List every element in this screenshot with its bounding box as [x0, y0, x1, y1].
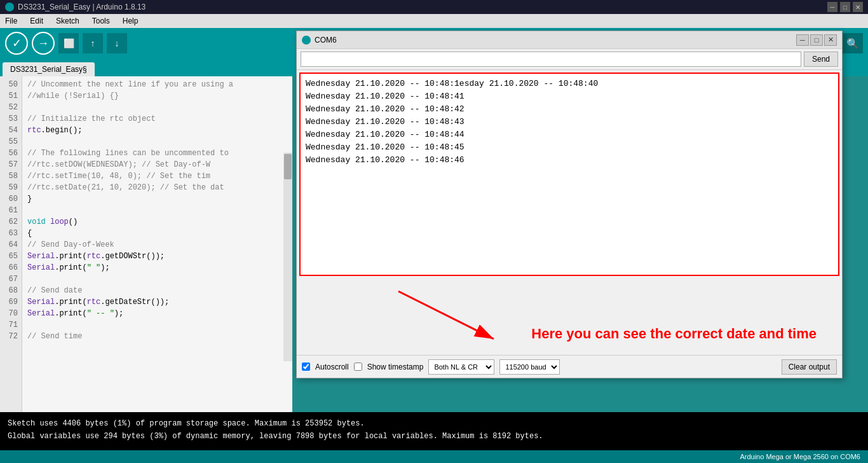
scrollbar-thumb [284, 154, 292, 179]
menu-bar: File Edit Sketch Tools Help [0, 14, 868, 28]
code-line-69: Serial.print(rtc.getDateStr()); [27, 296, 287, 308]
code-line-53: // Initialize the rtc object [27, 113, 287, 125]
serial-output-line-5: Wednesday 21.10.2020 -- 10:48:45 [306, 141, 833, 154]
menu-file[interactable]: File [3, 15, 20, 27]
line-num-59: 59 [0, 182, 22, 193]
code-line-66: Serial.print(" "); [27, 262, 287, 273]
editor-scrollbar[interactable] [283, 153, 292, 361]
status-line-1: Sketch uses 4406 bytes (1%) of program s… [8, 417, 860, 430]
open-button[interactable]: ↑ [83, 33, 103, 53]
title-bar-left: DS3231_Serial_Easy | Arduino 1.8.13 [5, 3, 146, 11]
serial-monitor: COM6 ─ □ ✕ Send Wednesday 21.10.2020 -- … [296, 31, 843, 378]
line-num-71: 71 [0, 319, 22, 331]
upload-button[interactable]: → [32, 32, 55, 55]
line-num-72: 72 [0, 331, 22, 342]
serial-output-line-4: Wednesday 21.10.2020 -- 10:48:44 [306, 128, 833, 141]
serial-close-button[interactable]: ✕ [824, 34, 837, 46]
line-numbers: 50 51 52 53 54 55 56 57 58 59 60 61 62 6… [0, 76, 22, 412]
serial-bottom-bar: Autoscroll Show timestamp No line ending… [297, 355, 842, 378]
arduino-icon [5, 3, 14, 11]
timestamp-label[interactable]: Show timestamp [367, 363, 424, 371]
line-num-66: 66 [0, 262, 22, 273]
menu-help[interactable]: Help [120, 15, 141, 27]
line-num-62: 62 [0, 216, 22, 228]
serial-output-line-0: Wednesday 21.10.2020 -- 10:48:1esday 21.… [306, 78, 833, 90]
line-num-58: 58 [0, 170, 22, 182]
serial-output-line-1: Wednesday 21.10.2020 -- 10:48:41 [306, 90, 833, 103]
code-line-54: rtc.begin(); [27, 125, 287, 136]
code-line-57: //rtc.setDOW(WEDNESDAY); // Set Day-of-W [27, 159, 287, 170]
serial-output-line-2: Wednesday 21.10.2020 -- 10:48:42 [306, 103, 833, 116]
bottom-status-bar: Arduino Mega or Mega 2560 on COM6 [0, 450, 868, 463]
autoscroll-checkbox[interactable] [302, 363, 310, 371]
serial-send-button[interactable]: Send [804, 52, 838, 67]
code-line-58: //rtc.setTime(10, 48, 0); // Set the tim [27, 170, 287, 182]
serial-output-line-6: Wednesday 21.10.2020 -- 10:48:46 [306, 154, 833, 167]
title-bar-text: DS3231_Serial_Easy | Arduino 1.8.13 [18, 3, 146, 11]
line-num-70: 70 [0, 308, 22, 319]
editor-area: 50 51 52 53 54 55 56 57 58 59 60 61 62 6… [0, 76, 292, 412]
code-line-65: Serial.print(rtc.getDOWStr()); [27, 251, 287, 262]
line-num-67: 67 [0, 273, 22, 285]
board-info: Arduino Mega or Mega 2560 on COM6 [740, 453, 860, 460]
code-line-64: // Send Day-of-Week [27, 239, 287, 251]
save-button[interactable]: ↓ [107, 33, 127, 53]
annotation-area: Here you can see the correct date and ti… [297, 279, 842, 355]
code-line-51: //while (!Serial) {} [27, 90, 287, 102]
serial-maximize-button[interactable]: □ [810, 34, 823, 46]
baud-rate-select[interactable]: 300 baud 1200 baud 2400 baud 4800 baud 9… [499, 359, 560, 375]
status-line-2: Global variables use 294 bytes (3%) of d… [8, 430, 860, 443]
line-num-60: 60 [0, 193, 22, 205]
serial-output: Wednesday 21.10.2020 -- 10:48:1esday 21.… [299, 73, 839, 276]
verify-button[interactable]: ✓ [5, 32, 28, 55]
annotation-text: Here you can see the correct date and ti… [531, 326, 817, 342]
line-num-52: 52 [0, 102, 22, 113]
line-num-63: 63 [0, 228, 22, 239]
code-line-63: { [27, 228, 287, 239]
minimize-button[interactable]: ─ [827, 2, 837, 12]
line-num-56: 56 [0, 148, 22, 159]
line-ending-select[interactable]: No line ending Newline Carriage return B… [428, 359, 494, 375]
code-line-67 [27, 273, 287, 285]
menu-sketch[interactable]: Sketch [53, 15, 82, 27]
line-num-68: 68 [0, 285, 22, 296]
menu-tools[interactable]: Tools [90, 15, 112, 27]
title-bar-controls: ─ □ ✕ [827, 2, 863, 12]
clear-output-button[interactable]: Clear output [782, 359, 837, 375]
serial-title-text: COM6 [315, 36, 337, 45]
serial-title-bar: COM6 ─ □ ✕ [297, 31, 842, 49]
code-content[interactable]: // Uncomment the next line if you are us… [22, 76, 292, 412]
code-line-52 [27, 102, 287, 113]
serial-title-left: COM6 [302, 36, 337, 45]
autoscroll-label[interactable]: Autoscroll [315, 363, 349, 371]
title-bar: DS3231_Serial_Easy | Arduino 1.8.13 ─ □ … [0, 0, 868, 14]
annotation-arrow-svg [379, 285, 538, 349]
svg-line-1 [398, 291, 494, 339]
serial-minimize-button[interactable]: ─ [796, 34, 809, 46]
code-line-68: // Send date [27, 285, 287, 296]
line-num-57: 57 [0, 159, 22, 170]
code-line-62: void loop() [27, 216, 287, 228]
serial-input-field[interactable] [301, 52, 801, 67]
line-num-69: 69 [0, 296, 22, 308]
line-num-54: 54 [0, 125, 22, 136]
line-num-51: 51 [0, 90, 22, 102]
editor-tab[interactable]: DS3231_Serial_Easy§ [3, 62, 95, 76]
line-num-64: 64 [0, 239, 22, 251]
maximize-button[interactable]: □ [840, 2, 850, 12]
code-line-70: Serial.print(" -- "); [27, 308, 287, 319]
line-num-65: 65 [0, 251, 22, 262]
new-button[interactable]: ⬜ [58, 33, 79, 53]
editor-content: 50 51 52 53 54 55 56 57 58 59 60 61 62 6… [0, 76, 292, 412]
code-line-60: } [27, 193, 287, 205]
code-line-55 [27, 136, 287, 148]
menu-edit[interactable]: Edit [27, 15, 46, 27]
search-button[interactable]: 🔍 [843, 33, 863, 53]
line-num-50: 50 [0, 79, 22, 90]
timestamp-checkbox[interactable] [354, 363, 362, 371]
code-line-59: //rtc.setDate(21, 10, 2020); // Set the … [27, 182, 287, 193]
close-button[interactable]: ✕ [853, 2, 863, 12]
serial-output-line-3: Wednesday 21.10.2020 -- 10:48:43 [306, 116, 833, 128]
code-line-71 [27, 319, 287, 331]
code-line-72: // Send time [27, 331, 287, 342]
